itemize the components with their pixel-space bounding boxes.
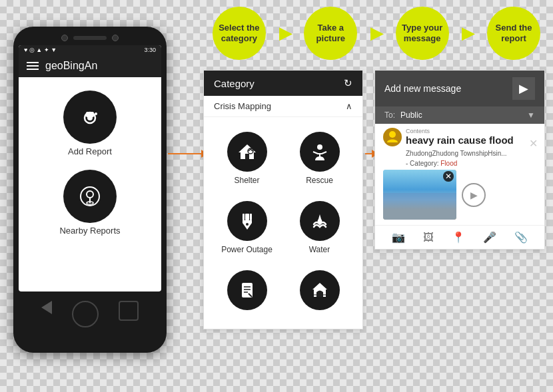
to-value: Public xyxy=(400,110,522,120)
msg-panel-close[interactable]: ✕ xyxy=(529,137,538,150)
water-label: Water xyxy=(309,245,330,254)
camera-icon xyxy=(78,105,102,129)
author-avatar xyxy=(383,128,402,146)
app-title: geoBingAn xyxy=(45,60,97,72)
phone-content: Add Report Nearby Reports xyxy=(19,77,161,249)
step-3-bubble: Type your message xyxy=(396,7,449,60)
svg-point-18 xyxy=(389,131,396,138)
to-dropdown-arrow[interactable]: ▼ xyxy=(527,110,535,120)
message-text: heavy rain cause flood xyxy=(406,134,536,146)
contents-label: Contents xyxy=(406,128,536,134)
category-grid: Shelter Rescue xyxy=(204,117,362,329)
category-title: Category xyxy=(214,78,255,89)
nearby-reports-group[interactable]: Nearby Reports xyxy=(59,170,120,236)
category-rescue[interactable]: Rescue xyxy=(283,124,356,193)
category-panel: Category ↻ Crisis Mapping ∧ Shelter xyxy=(203,70,363,329)
message-to-bar: To: Public ▼ xyxy=(375,106,544,124)
send-button[interactable]: ▶ xyxy=(512,77,535,100)
phone-screen: ♥ ◎ ▲ ✦ ▼ 3:30 geoBingAn xyxy=(19,45,161,292)
to-label: To: xyxy=(384,110,395,120)
arrow-1 xyxy=(168,150,208,158)
step-1-bubble: Select the category xyxy=(213,7,266,60)
add-report-label: Add Report xyxy=(68,146,112,156)
image-close-btn[interactable]: ✕ xyxy=(443,171,454,182)
message-header: Add new message ▶ xyxy=(375,71,544,106)
shelter-icon xyxy=(227,132,267,172)
location-toolbar-icon[interactable]: 📍 xyxy=(452,231,465,244)
svg-point-5 xyxy=(87,191,93,198)
refresh-icon[interactable]: ↻ xyxy=(344,77,352,89)
add-report-icon[interactable] xyxy=(63,91,117,144)
crisis-mapping-label: Crisis Mapping xyxy=(214,101,271,111)
phone-nav-bar xyxy=(19,295,161,333)
camera-toolbar-icon[interactable]: 📷 xyxy=(392,231,405,244)
recents-button[interactable] xyxy=(119,301,139,321)
category-shelter[interactable]: Shelter xyxy=(211,124,283,193)
step-2-bubble: Take a picture xyxy=(304,7,357,60)
rescue-icon xyxy=(300,132,340,172)
phone-header: geoBingAn xyxy=(19,55,161,77)
collapse-icon[interactable]: ∧ xyxy=(346,101,352,111)
home-button[interactable] xyxy=(72,301,99,327)
step-2-label: Take a picture xyxy=(309,23,352,43)
menu-icon[interactable] xyxy=(27,62,39,70)
svg-rect-12 xyxy=(250,214,252,220)
category-item5[interactable] xyxy=(211,262,283,322)
category-item6[interactable] xyxy=(283,262,356,322)
message-meta: ZhudongZhudong TownshipHsin... - Categor… xyxy=(406,148,536,168)
item5-icon xyxy=(227,270,267,310)
image-toolbar-icon[interactable]: 🖼 xyxy=(423,232,434,244)
author-name: ZhudongZhudong TownshipHsin... xyxy=(406,148,536,158)
nearby-reports-label: Nearby Reports xyxy=(59,226,120,236)
category-panel-header: Category ↻ xyxy=(204,71,362,96)
category-water[interactable]: Water xyxy=(283,193,356,262)
category-label: - Category: Flood xyxy=(406,158,536,168)
svg-point-3 xyxy=(95,112,97,115)
phone-status-bar: ♥ ◎ ▲ ✦ ▼ 3:30 xyxy=(19,45,161,55)
message-author-row: Contents heavy rain cause flood ZhudongZ… xyxy=(375,124,544,170)
svg-rect-11 xyxy=(243,214,245,220)
svg-point-9 xyxy=(317,144,322,150)
message-panel: Add new message ▶ To: Public ▼ Contents … xyxy=(374,70,545,250)
step-arrow-3: ▶ xyxy=(462,24,474,43)
flood-image: ✕ xyxy=(383,170,456,220)
step-4-label: Send the report xyxy=(492,23,535,43)
water-icon xyxy=(300,201,340,241)
step-3-label: Type your message xyxy=(401,23,444,43)
svg-rect-7 xyxy=(245,154,249,159)
step-1-label: Select the category xyxy=(218,23,261,43)
nearby-reports-icon[interactable] xyxy=(63,170,117,223)
status-time: 3:30 xyxy=(144,47,156,53)
phone-camera xyxy=(61,35,68,41)
phone-device: ♥ ◎ ▲ ✦ ▼ 3:30 geoBingAn xyxy=(13,27,167,353)
message-image-area: ✕ ▶ xyxy=(375,170,544,225)
phone-top-bar xyxy=(19,35,161,41)
message-title: Add new message xyxy=(384,83,461,94)
play-button[interactable]: ▶ xyxy=(462,183,486,207)
arrow-line-2 xyxy=(365,153,372,154)
power-outage-icon xyxy=(227,201,267,241)
svg-point-13 xyxy=(246,223,249,226)
category-subheader[interactable]: Crisis Mapping ∧ xyxy=(204,96,362,117)
flood-water xyxy=(383,193,456,220)
phone-speaker xyxy=(73,36,107,40)
rescue-label: Rescue xyxy=(306,176,333,185)
category-power-outage[interactable]: Power Outage xyxy=(211,193,283,262)
item6-icon xyxy=(300,270,340,310)
mic-toolbar-icon[interactable]: 🎤 xyxy=(483,231,496,244)
back-button[interactable] xyxy=(41,301,52,314)
location-icon xyxy=(78,184,102,208)
phone-camera-2 xyxy=(112,35,119,41)
svg-rect-10 xyxy=(245,214,249,220)
step-arrow-2: ▶ xyxy=(370,24,382,43)
step-arrow-1: ▶ xyxy=(279,24,291,43)
message-toolbar: 📷 🖼 📍 🎤 📎 xyxy=(375,225,544,249)
add-report-group[interactable]: Add Report xyxy=(63,91,117,156)
attach-toolbar-icon[interactable]: 📎 xyxy=(514,231,528,244)
power-outage-label: Power Outage xyxy=(221,245,273,254)
phone-body: ♥ ◎ ▲ ✦ ▼ 3:30 geoBingAn xyxy=(13,27,167,353)
arrow-line-1 xyxy=(168,153,201,154)
status-icons: ♥ ◎ ▲ ✦ ▼ xyxy=(24,47,57,53)
step-4-bubble: Send the report xyxy=(487,7,540,60)
shelter-label: Shelter xyxy=(234,176,259,185)
